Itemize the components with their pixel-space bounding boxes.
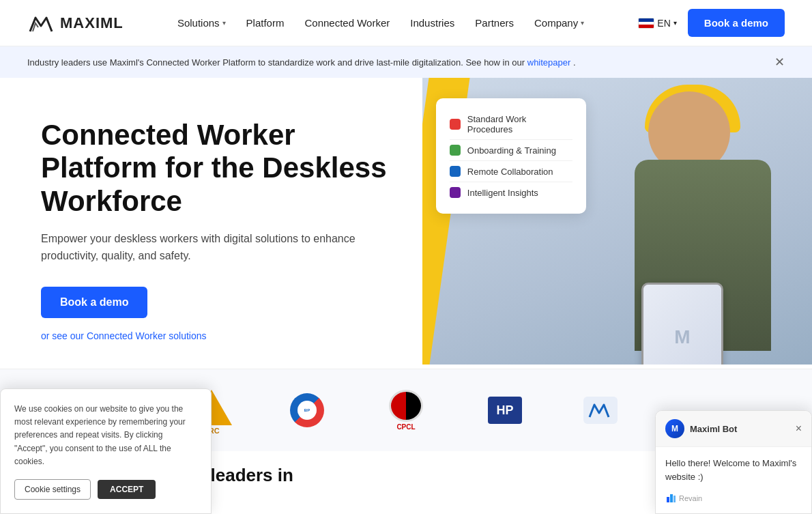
logo-icon	[27, 12, 55, 34]
revain-label: Revain	[679, 494, 702, 502]
brand-name: MAXIML	[60, 14, 124, 32]
announcement-close-icon[interactable]: ✕	[774, 55, 785, 70]
cookie-text: We use cookies on our website to give yo…	[14, 403, 197, 468]
revain-logo-icon	[665, 493, 676, 504]
hero-visual: M Standard Work Procedures Onboarding & …	[422, 78, 812, 369]
bp-circle-icon: BP	[290, 393, 324, 427]
chat-avatar: M	[665, 419, 684, 438]
cookie-banner: We use cookies on our website to give yo…	[0, 388, 212, 514]
chat-body: Hello there! Welcome to Maximl's website…	[656, 447, 811, 493]
svg-rect-1	[670, 494, 673, 502]
feature-item-onboarding: Onboarding & Training	[450, 140, 572, 161]
announcement-bar: Industry leaders use Maximl's Connected …	[0, 46, 812, 78]
feature-dot-purple	[450, 187, 461, 198]
cookie-actions: Cookie settings ACCEPT	[14, 479, 197, 500]
company-caret: ▾	[581, 19, 584, 27]
feature-item-insights: Intelligent Insights	[450, 182, 572, 203]
bp-inner-icon: BP	[298, 401, 317, 420]
chat-widget: M Maximl Bot × Hello there! Welcome to M…	[655, 410, 812, 514]
cookie-settings-button[interactable]: Cookie settings	[14, 479, 91, 500]
lang-label: EN	[657, 18, 670, 29]
feature-item-swp: Standard Work Procedures	[450, 109, 572, 140]
chat-header: M Maximl Bot ×	[656, 411, 811, 447]
chat-greeting: Hello there! Welcome to Maximl's website…	[665, 457, 802, 483]
bottom-partial-in: in	[278, 465, 293, 485]
logo-cpcl: CPCL	[375, 390, 437, 431]
logo-hp: HP	[478, 390, 532, 431]
chat-close-button[interactable]: ×	[796, 423, 802, 435]
svg-rect-2	[673, 496, 676, 502]
maximl-logo-icon	[588, 401, 613, 420]
feature-card-overlay: Standard Work Procedures Onboarding & Tr…	[436, 98, 586, 214]
nav-partners[interactable]: Partners	[475, 17, 514, 29]
hero-subtitle: Empower your deskless workers with digit…	[41, 230, 368, 265]
svg-rect-0	[667, 497, 669, 502]
logo-bharat-petroleum: BP	[280, 390, 334, 431]
chat-footer: Revain	[656, 493, 811, 513]
solutions-caret: ▾	[222, 19, 226, 27]
hero-secondary-link[interactable]: or see our Connected Worker solutions	[41, 330, 395, 341]
nav-connected-worker[interactable]: Connected Worker	[304, 17, 390, 29]
navbar-right: EN ▾ Book a demo	[638, 9, 785, 37]
lang-caret: ▾	[673, 19, 677, 27]
nav-solutions[interactable]: Solutions ▾	[177, 17, 226, 29]
feature-dot-red	[450, 119, 461, 130]
hero-section: Connected Worker Platform for the Deskle…	[0, 78, 812, 369]
language-selector[interactable]: EN ▾	[638, 18, 676, 29]
chat-bot-name: Maximl Bot	[690, 424, 737, 434]
feature-item-remote: Remote Collaboration	[450, 161, 572, 182]
nav-platform[interactable]: Platform	[246, 17, 285, 29]
hero-book-demo-button[interactable]: Book a demo	[41, 287, 147, 318]
feature-dot-blue	[450, 166, 461, 177]
flag-icon	[638, 18, 654, 29]
cookie-accept-button[interactable]: ACCEPT	[98, 480, 156, 499]
navbar-book-demo-button[interactable]: Book a demo	[688, 9, 785, 37]
hero-title: Connected Worker Platform for the Deskle…	[41, 119, 395, 218]
nav-company[interactable]: Company ▾	[534, 17, 584, 29]
tablet-logo-icon: M	[674, 326, 690, 348]
cpcl-circle-icon	[389, 390, 423, 422]
tablet-screen: M	[643, 285, 721, 365]
navbar: MAXIML Solutions ▾ Platform Connected Wo…	[0, 0, 812, 46]
worker-body: M	[635, 160, 771, 351]
logo-maximl-partner	[573, 390, 628, 431]
revain-branding: Revain	[665, 493, 702, 504]
maximl-icon	[583, 397, 618, 424]
feature-dot-green	[450, 145, 461, 156]
logo[interactable]: MAXIML	[27, 12, 124, 34]
announcement-text: Industry leaders use Maximl's Connected …	[27, 57, 576, 68]
worker-tablet: M	[641, 283, 723, 365]
cpcl-label: CPCL	[396, 423, 415, 431]
hp-box-icon: HP	[488, 397, 522, 424]
nav-industries[interactable]: Industries	[410, 17, 454, 29]
announcement-link[interactable]: whitepaper	[527, 57, 571, 68]
chat-header-title: M Maximl Bot	[665, 419, 737, 438]
nav-links: Solutions ▾ Platform Connected Worker In…	[177, 17, 584, 29]
hero-content: Connected Worker Platform for the Deskle…	[0, 78, 422, 369]
